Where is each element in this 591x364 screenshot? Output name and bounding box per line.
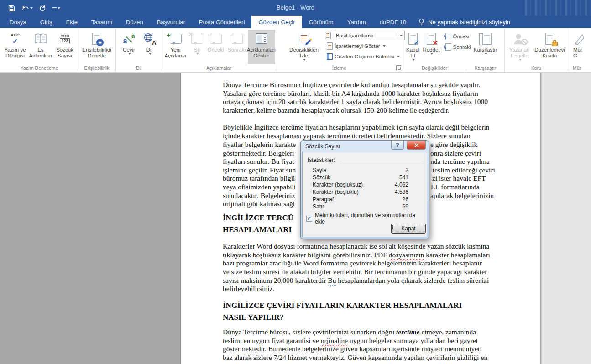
doc-line: teslim, en uygun fiyat garantisi ve orji…	[223, 337, 478, 344]
doc-heading: HESAPLAMALARI	[223, 225, 292, 234]
button-label: Yazarları Engelle	[508, 47, 532, 59]
button-label: Eş Anlamlılar	[29, 47, 52, 59]
new-comment-button[interactable]: + Yeni Açıklama	[163, 30, 188, 64]
doc-line: bazı programlar aracılığı ile Word forma…	[223, 259, 482, 267]
block-authors-button[interactable]: Yazarları Engelle	[507, 30, 533, 64]
doc-heading: İNGİLİZCE ÇEVİRİ FİYATLARIN KARAKTER HES…	[223, 301, 462, 310]
misspelled-word: dosyasınızın	[389, 251, 424, 259]
next-comment-button[interactable]: → Sonraki	[226, 30, 247, 64]
globe-language-icon: A	[144, 31, 156, 46]
ribbon-group-changes: ✓ Kabul Et ✕ Reddet ↰ Önceki ↳ Son	[403, 29, 466, 72]
include-textboxes-checkbox-row[interactable]: ✓ Metin kutuları, dipnotları ve son notl…	[306, 212, 427, 225]
tell-me-label: Ne yapmak istediğinizi söyleyin	[428, 19, 510, 26]
reviewing-pane-caret	[397, 56, 400, 57]
tab-giris[interactable]: Giriş	[33, 16, 59, 28]
previous-comment-icon: ←	[210, 31, 222, 46]
tab-gorunum[interactable]: Görünüm	[302, 16, 340, 28]
word-count-button[interactable]: ABC 123 Sözcük Sayısı	[53, 30, 77, 64]
track-changes-dropdown-caret	[303, 59, 306, 61]
doc-line: Karakterler Word dosyası formatında hesa…	[223, 242, 489, 250]
ribbon-group-protect: Yazarları Engelle Düzenlemeyi Kısıtla Ko…	[505, 29, 568, 72]
tab-yardim[interactable]: Yardım	[340, 16, 373, 28]
compare-button[interactable]: Karşılaştır	[471, 30, 500, 64]
button-label: Düzenlemeyi Kısıtla	[534, 47, 565, 59]
tab-dosya[interactable]: Dosya	[3, 16, 33, 28]
button-label: Dil	[146, 47, 152, 53]
tab-posta-gonderileri[interactable]: Posta Gönderileri	[192, 16, 251, 28]
block-authors-caret	[519, 59, 522, 61]
ribbon-group-comments: + Yeni Açıklama ✕ Sil ← Önceki →	[162, 29, 276, 72]
tab-basvurular[interactable]: Başvurular	[150, 16, 192, 28]
document-area: Dünya Tercüme Bürosunun İngilizce çeviri…	[0, 73, 591, 364]
accept-change-icon: ✓	[408, 31, 418, 46]
show-comments-icon	[256, 31, 267, 46]
next-comment-icon: →	[231, 31, 243, 46]
button-label: Sil	[194, 47, 200, 53]
button-label: İşaretlemeyi Göster	[335, 43, 380, 49]
show-comments-button[interactable]: Açıklamaları Göster	[248, 30, 275, 64]
tell-me-box[interactable]: Ne yapmak istediğinizi söyleyin	[413, 16, 516, 28]
show-markup-button[interactable]: İşaretlemeyi Göster	[325, 41, 405, 51]
word-count-dialog[interactable]: Sözcük Sayısı ? İstatistikler: Sayfa2 Sö…	[300, 140, 429, 239]
doc-line: tıklayarak boşluksuz karakter bilgisini …	[223, 251, 490, 259]
stat-row: Sözcük541	[313, 174, 408, 181]
dialog-body: İstatistikler: Sayfa2 Sözcük541 Karakter…	[302, 152, 427, 237]
delete-comment-button[interactable]: ✕ Sil	[189, 30, 205, 64]
doc-heading: İNGİLİZCE TERCÜ	[223, 213, 293, 223]
reject-change-button[interactable]: ✕ Reddet	[421, 30, 441, 64]
tab-ekle[interactable]: Ekle	[59, 16, 84, 28]
stat-row: Paragraf26	[313, 196, 408, 203]
tab-gozden-gecir-active[interactable]: Gözden Geçir	[251, 16, 302, 28]
dialog-close-button[interactable]	[407, 141, 426, 150]
previous-comment-button[interactable]: ← Önceki	[206, 30, 226, 64]
close-dialog-button[interactable]: Kapat	[391, 224, 426, 234]
check-accessibility-button[interactable]: ✳ Erişilebilirliği Denetle	[78, 30, 115, 64]
doc-heading: NASIL YAPILIR?	[223, 313, 283, 322]
button-label: Önceki	[208, 47, 224, 53]
ribbon-group-accessibility: ✳ Erişilebilirliği Denetle Erişilebilirl…	[78, 29, 116, 72]
button-label: Karşılaştır	[474, 47, 497, 53]
button-label: Yazım ve Dilbilgisi	[3, 47, 27, 59]
reviewing-pane-button[interactable]: Gözden Geçirme Bölmesi	[325, 52, 405, 61]
thesaurus-button[interactable]: Eş Anlamlılar	[29, 30, 52, 64]
tab-duzen[interactable]: Düzen	[119, 16, 150, 28]
close-icon	[414, 143, 419, 148]
doc-line: ve size teslim süresi ile alakalı bilgil…	[223, 268, 487, 276]
doc-line: sunulacaktır. Belgelerinizapılarak belge…	[223, 192, 295, 199]
document-right-gutter	[541, 73, 591, 364]
button-label: MürG	[573, 47, 582, 59]
doc-line: fiyatlar belgelerin karaktee göre değişi…	[223, 140, 296, 148]
accept-change-button[interactable]: ✓ Kabul Et	[405, 30, 421, 64]
doc-line: orijinali gibi kalması sağl	[223, 200, 295, 208]
doc-line: büromuz tarafından bilgilzi ister havale…	[223, 174, 295, 182]
restrict-editing-button[interactable]: Düzenlemeyi Kısıtla	[533, 30, 566, 64]
stat-row: Karakter (boşluklu)4.586	[313, 189, 408, 196]
ribbon-group-compare: Karşılaştır Karşılaştır	[466, 29, 505, 72]
markup-state-combobox[interactable]: Basit İşaretleme	[333, 31, 405, 40]
checkbox-label: Metin kutuları, dipnotları ve son notlar…	[315, 212, 427, 225]
doc-line: baz alarak sizlere 7/24 hizmet vermektey…	[223, 354, 487, 361]
restrict-editing-icon	[545, 31, 554, 46]
stat-row: Satır69	[313, 203, 408, 210]
next-change-icon: ↳	[445, 43, 451, 51]
tab-dopdf[interactable]: doPDF 10	[373, 16, 413, 28]
checkbox-checked-icon[interactable]: ✓	[306, 216, 312, 222]
compare-icon	[479, 31, 492, 46]
tab-tasarim[interactable]: Tasarım	[84, 16, 119, 28]
block-authors-icon	[513, 31, 526, 46]
reject-change-icon: ✕	[427, 31, 436, 46]
dialog-title: Sözcük Sayısı	[305, 143, 340, 150]
translate-button[interactable]: a ã Çevir	[119, 30, 140, 64]
statistics-group-line	[341, 161, 422, 161]
group-label: Açıklamalar	[162, 65, 276, 71]
track-changes-button[interactable]: Değişiklikleri İzle	[289, 30, 319, 64]
button-label: Gözden Geçirme Bölmesi	[335, 54, 394, 59]
tracking-dialog-launcher[interactable]	[396, 65, 401, 70]
doc-line: Dünya Tercüme bürosu, sizlere çevirileri…	[223, 328, 476, 336]
ink-button[interactable]: MürG	[572, 30, 591, 64]
language-button[interactable]: A Dil	[140, 30, 159, 64]
spellcheck-icon: ABC ✓	[10, 31, 20, 46]
dialog-help-button[interactable]: ?	[391, 141, 404, 150]
spelling-grammar-button[interactable]: ABC ✓ Yazım ve Dilbilgisi	[2, 30, 28, 64]
group-label: Koru	[505, 65, 568, 71]
